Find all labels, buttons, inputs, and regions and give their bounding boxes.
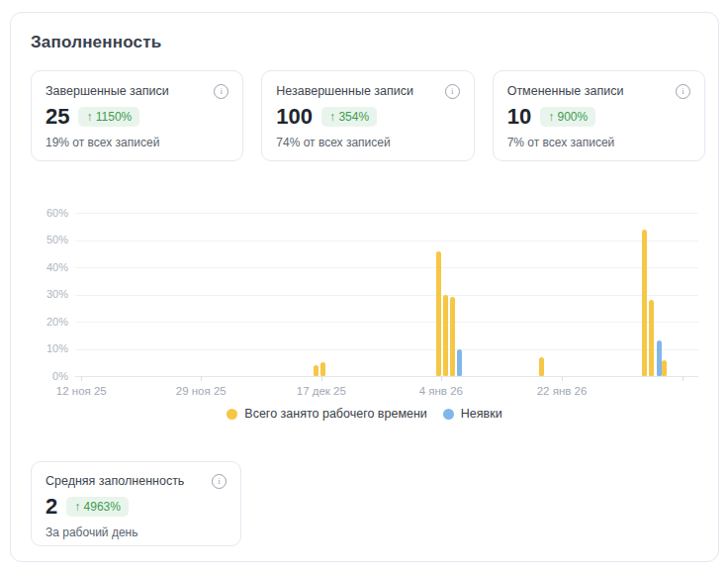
trend-badge: ↑ 900% xyxy=(540,107,595,127)
y-axis-label: 0% xyxy=(25,370,68,382)
x-axis-tick xyxy=(321,376,322,381)
stat-card-title: Отмененные записи xyxy=(507,84,624,98)
stat-subtitle: За рабочий день xyxy=(46,526,227,539)
stat-card-cancelled: Отмененные записи i 10 ↑ 900% 7% от всех… xyxy=(493,70,705,161)
gridline xyxy=(75,213,698,214)
noshow-series-dot-icon xyxy=(443,409,454,420)
chart-bar xyxy=(443,295,448,377)
x-axis-tick xyxy=(441,376,442,381)
trend-badge: ↑ 1150% xyxy=(78,107,139,127)
chart-bar xyxy=(314,365,318,376)
stat-value: 10 xyxy=(507,106,531,128)
x-axis-tick xyxy=(562,376,563,381)
chart-bar xyxy=(457,349,462,377)
y-axis-label: 50% xyxy=(25,234,68,245)
chart-bar xyxy=(642,230,647,377)
legend-item-occupied[interactable]: Всего занято рабочего времени xyxy=(227,407,427,421)
stat-subtitle: 7% от всех записей xyxy=(507,136,690,149)
chart-bar xyxy=(539,357,544,376)
stat-value: 2 xyxy=(46,496,57,518)
chart-bar xyxy=(662,360,667,377)
x-axis-label: 12 ноя 25 xyxy=(56,385,107,397)
stat-card-title: Средняя заполненность xyxy=(46,474,184,488)
chart-bar xyxy=(649,300,654,376)
legend-item-noshow[interactable]: Неявки xyxy=(443,407,502,421)
x-axis-label: 4 янв 26 xyxy=(419,385,463,397)
gridline xyxy=(75,267,698,268)
stat-card-incomplete: Незавершенные записи i 100 ↑ 354% 74% от… xyxy=(261,70,474,161)
info-icon[interactable]: i xyxy=(214,84,228,99)
x-axis-label: 17 дек 25 xyxy=(297,385,346,397)
chart-bar xyxy=(657,340,662,376)
x-axis-tick xyxy=(201,376,202,381)
gridline xyxy=(75,349,698,350)
stat-card-title: Завершенные записи xyxy=(46,84,169,98)
x-axis-label: 29 ноя 25 xyxy=(176,385,227,397)
y-axis-label: 10% xyxy=(25,342,68,354)
y-axis-label: 30% xyxy=(25,288,68,300)
x-axis-label: 22 янв 26 xyxy=(537,385,588,397)
info-icon[interactable]: i xyxy=(676,84,690,99)
legend-label: Всего занято рабочего времени xyxy=(244,407,427,421)
info-icon[interactable]: i xyxy=(212,474,227,489)
stat-subtitle: 19% от всех записей xyxy=(46,136,228,149)
y-axis-label: 60% xyxy=(25,207,68,219)
stat-value: 100 xyxy=(276,106,313,128)
chart-legend: Всего занято рабочего времени Неявки xyxy=(11,407,718,421)
stat-value: 25 xyxy=(46,106,69,128)
y-axis-label: 40% xyxy=(25,261,68,273)
stat-card-title: Незавершенные записи xyxy=(276,84,413,98)
occupied-series-dot-icon xyxy=(227,409,237,420)
stat-card-average-occupancy: Средняя заполненность i 2 ↑ 4963% За раб… xyxy=(31,461,241,546)
x-axis-tick xyxy=(682,376,683,381)
chart-bar xyxy=(450,297,455,376)
occupancy-panel: Заполненность Завершенные записи i 25 ↑ … xyxy=(10,12,719,562)
stat-card-completed: Завершенные записи i 25 ↑ 1150% 19% от в… xyxy=(31,70,243,161)
trend-badge: ↑ 4963% xyxy=(66,497,129,517)
gridline xyxy=(75,322,698,323)
gridline xyxy=(75,240,698,241)
gridline xyxy=(75,376,698,377)
stat-cards-row: Завершенные записи i 25 ↑ 1150% 19% от в… xyxy=(31,70,705,161)
gridline xyxy=(75,295,698,296)
page-title: Заполненность xyxy=(31,33,161,52)
legend-label: Неявки xyxy=(461,407,502,421)
trend-badge: ↑ 354% xyxy=(321,107,377,127)
stat-subtitle: 74% от всех записей xyxy=(276,136,459,149)
x-axis-tick xyxy=(81,376,82,381)
y-axis-label: 20% xyxy=(25,316,68,328)
info-icon[interactable]: i xyxy=(445,84,460,99)
chart-bar xyxy=(436,251,441,377)
chart-bar xyxy=(320,362,325,376)
